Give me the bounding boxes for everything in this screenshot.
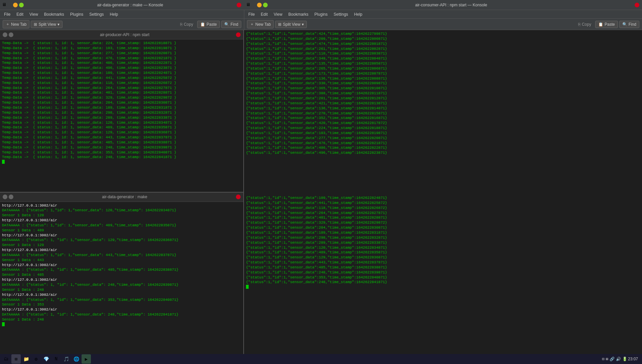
menu-view-left[interactable]: View — [27, 11, 41, 17]
app-icon-right: 🖥 — [246, 2, 250, 7]
close-btn-right[interactable] — [635, 3, 639, 7]
close-btn-top[interactable] — [236, 32, 241, 37]
detach-btn-top[interactable] — [3, 32, 7, 37]
new-tab-btn-left[interactable]: ＋ New Tab — [3, 20, 29, 28]
taskbar-app-7[interactable]: 🎵 — [61, 354, 71, 364]
taskbar-app-5[interactable]: 💎 — [41, 354, 51, 364]
split-view-btn-right[interactable]: ⊞ Split View ▾ — [275, 21, 306, 28]
bottom-panel-title: air-data-generator : make — [13, 195, 236, 199]
float-btn-top[interactable] — [9, 32, 13, 37]
copy-icon-right: ⎘ — [578, 22, 581, 27]
taskbar-app-8[interactable]: 🌐 — [72, 354, 81, 364]
sys-icon-sound: 🔊 — [616, 357, 621, 362]
split-icon-left: ⊞ — [34, 22, 37, 27]
menu-settings-right[interactable]: Settings — [331, 11, 351, 17]
right-window-title: air-consumer-API : npm start — Konsole — [268, 3, 635, 7]
sys-icon-network: 🔗 — [610, 357, 615, 362]
menu-view-right[interactable]: View — [271, 11, 285, 17]
taskbar-app-2[interactable]: ⊞ — [11, 354, 21, 364]
app-icon-left: 🖥 — [2, 2, 6, 7]
menu-edit-right[interactable]: Edit — [258, 11, 270, 17]
find-btn-right[interactable]: 🔍 Find — [619, 21, 639, 28]
bottom-panel-controls — [3, 195, 13, 199]
chevron-down-icon-right: ▾ — [302, 22, 304, 27]
paste-icon-left: 📋 — [200, 22, 205, 27]
sys-icon-1: ⊡ — [602, 357, 605, 362]
right-pane: {"status":1,"id":1,"sensor_data":424,"ti… — [244, 30, 642, 354]
menu-plugins-left[interactable]: Plugins — [68, 11, 86, 17]
taskbar-time: 23:07 — [628, 357, 641, 361]
taskbar-sys-area: ⊡ ⊞ 🔗 🔊 🔋 — [602, 357, 627, 362]
menu-help-right[interactable]: Help — [352, 11, 365, 17]
bottom-terminal-panel: air-data-generator : make http://127.0.0… — [0, 192, 243, 354]
split-icon-right: ⊞ — [278, 22, 281, 27]
split-view-btn-left[interactable]: ⊞ Split View ▾ — [31, 21, 62, 28]
paste-btn-right[interactable]: 📋 Paste — [595, 21, 618, 28]
left-pane: air-producer-API : npm start Temp-Data -… — [0, 30, 244, 354]
left-window-titlebar: 🖥 air-data-generator : make — Konsole — [0, 0, 244, 10]
paste-btn-left[interactable]: 📋 Paste — [197, 21, 220, 28]
copy-btn-right[interactable]: ⎘ Copy — [575, 21, 594, 28]
toolbar-left: ＋ New Tab ⊞ Split View ▾ ⎘ Copy 📋 Paste … — [0, 20, 244, 28]
copy-icon-left: ⎘ — [180, 22, 182, 27]
top-terminal-panel: air-producer-API : npm start Temp-Data -… — [0, 30, 243, 192]
taskbar-app-3[interactable]: 📁 — [21, 354, 31, 364]
minimize-btn-left[interactable] — [13, 3, 18, 7]
menu-bar-right: File Edit View Bookmarks Plugins Setting… — [244, 10, 642, 18]
maximize-btn-right[interactable] — [263, 3, 268, 7]
close-btn-left[interactable] — [237, 3, 241, 7]
plus-icon-right: ＋ — [250, 21, 254, 27]
menu-settings-left[interactable]: Settings — [87, 11, 106, 17]
menu-bars: File Edit View Bookmarks Plugins Setting… — [0, 10, 642, 19]
right-terminal-content[interactable]: {"status":1,"id":1,"sensor_data":424,"ti… — [244, 30, 642, 354]
sys-icon-battery: 🔋 — [622, 357, 627, 362]
maximize-btn-left[interactable] — [19, 3, 24, 7]
main-content: air-producer-API : npm start Temp-Data -… — [0, 30, 642, 354]
copy-btn-left[interactable]: ⎘ Copy — [177, 21, 196, 28]
new-tab-btn-right[interactable]: ＋ New Tab — [247, 20, 274, 28]
toolbar-right: ＋ New Tab ⊞ Split View ▾ ⎘ Copy 📋 Paste … — [244, 20, 642, 28]
menu-bookmarks-left[interactable]: Bookmarks — [41, 11, 67, 17]
float-btn-bottom[interactable] — [9, 195, 13, 199]
close-btn-bottom[interactable] — [236, 195, 241, 199]
find-btn-left[interactable]: 🔍 Find — [221, 21, 241, 28]
taskbar-app-6[interactable]: N — [51, 354, 61, 364]
plus-icon-left: ＋ — [6, 21, 10, 27]
taskbar-app-1[interactable]: 🗂 — [1, 354, 11, 364]
menu-edit-left[interactable]: Edit — [14, 11, 26, 17]
right-window-titlebar: 🖥 air-consumer-API : npm start — Konsole — [244, 0, 642, 10]
bottom-terminal-content[interactable]: http://127.0.0.1:3002/airDATAAAAA : {"st… — [0, 202, 243, 354]
top-panel-title: air-producer-API : npm start — [13, 32, 236, 37]
taskbar: 🗂 ⊞ 📁 ⚙ 💎 N 🎵 🌐 ▶ ⊡ ⊞ 🔗 🔊 🔋 23:07 — [0, 354, 642, 364]
search-icon-left: 🔍 — [224, 22, 229, 27]
menu-bar-left: File Edit View Bookmarks Plugins Setting… — [0, 10, 244, 18]
bottom-panel-titlebar: air-data-generator : make — [0, 193, 243, 202]
title-bars: 🖥 air-data-generator : make — Konsole 🖥 … — [0, 0, 642, 10]
menu-file-right[interactable]: File — [246, 11, 257, 17]
top-panel-controls — [3, 32, 13, 37]
toolbars: ＋ New Tab ⊞ Split View ▾ ⎘ Copy 📋 Paste … — [0, 19, 642, 30]
sys-icon-2: ⊞ — [606, 357, 608, 362]
chevron-down-icon-left: ▾ — [57, 22, 59, 27]
top-terminal-content[interactable]: Temp-Data -> { status: 1, id: 1, sensor_… — [0, 39, 243, 192]
menu-help-left[interactable]: Help — [107, 11, 121, 17]
minimize-btn-right[interactable] — [257, 3, 262, 7]
detach-btn-bottom[interactable] — [3, 195, 7, 199]
top-panel-titlebar: air-producer-API : npm start — [0, 30, 243, 39]
menu-file-left[interactable]: File — [1, 11, 13, 17]
menu-bookmarks-right[interactable]: Bookmarks — [286, 11, 311, 17]
search-icon-right: 🔍 — [622, 22, 627, 27]
taskbar-app-4[interactable]: ⚙ — [31, 354, 41, 364]
left-window-title: air-data-generator : make — Konsole — [24, 3, 237, 7]
menu-plugins-right[interactable]: Plugins — [312, 11, 330, 17]
taskbar-app-9[interactable]: ▶ — [82, 354, 91, 364]
paste-icon-right: 📋 — [598, 22, 603, 27]
